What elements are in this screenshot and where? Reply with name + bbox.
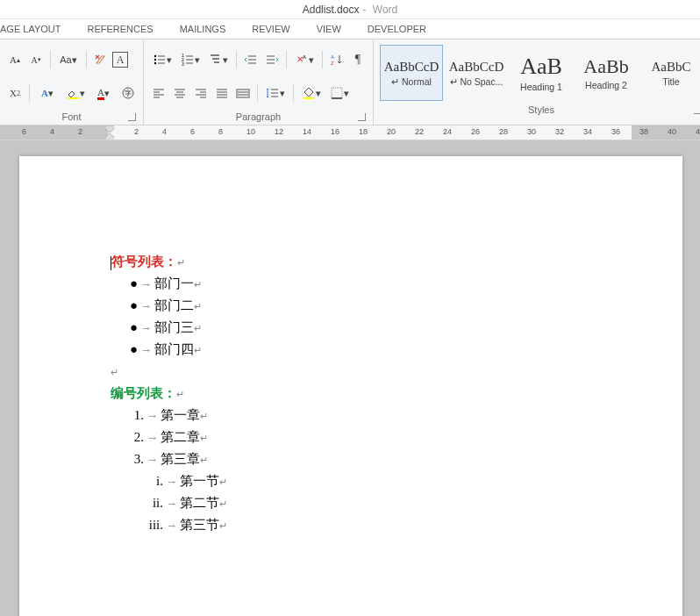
align-right-button[interactable] (191, 83, 211, 103)
justify-button[interactable] (212, 83, 232, 103)
distributed-button[interactable] (233, 83, 253, 103)
decrease-indent-button[interactable] (241, 50, 261, 69)
svg-rect-0 (68, 97, 78, 99)
group-label-styles[interactable]: Styles (379, 103, 700, 118)
multilevel-list-button[interactable]: ▾ (205, 50, 232, 69)
subscript-button[interactable]: X2 (5, 83, 25, 103)
group-font: A▴ A▾ Aa▾ A X2 A▾ ▾ A▾ 字 Font (0, 39, 144, 125)
numbering-button[interactable]: 123▾ (177, 50, 204, 69)
svg-text:Z: Z (331, 61, 334, 66)
styles-gallery[interactable]: AaBbCcD↵ NormalAaBbCcD↵ No Spac...AaBHea… (379, 43, 700, 103)
font-color-button[interactable]: A▾ (90, 83, 117, 103)
svg-text:A: A (303, 54, 306, 60)
align-left-button[interactable] (149, 83, 168, 103)
group-label-paragraph[interactable]: Paragraph (149, 110, 368, 125)
group-paragraph: ▾ 123▾ ▾ ✕A▾ AZ ¶ ▾ ▾ (144, 39, 374, 125)
svg-rect-14 (332, 88, 342, 98)
style-item-nospac[interactable]: AaBbCcD↵ No Spac... (445, 45, 508, 101)
borders-button[interactable]: ▾ (326, 83, 353, 103)
svg-point-5 (154, 62, 156, 64)
svg-text:3: 3 (182, 61, 184, 67)
title-bar: Addlist.docx - Word (0, 0, 700, 19)
increase-indent-button[interactable] (262, 50, 282, 69)
sort-button[interactable]: AZ (327, 50, 346, 69)
highlight-button[interactable]: ▾ (62, 83, 89, 103)
svg-text:A: A (331, 54, 334, 60)
shrink-font-button[interactable]: A▾ (26, 50, 46, 69)
text-effects-button[interactable]: A▾ (34, 83, 61, 103)
document-body[interactable]: 符号列表：↵●→部门一↵●→部门二↵●→部门三↵●→部门四↵↵编号列表：↵1.→… (111, 251, 682, 536)
line-spacing-button[interactable]: ▾ (262, 83, 289, 103)
ribbon-tabs: AGE LAYOUT REFERENCES MAILINGS REVIEW VI… (0, 19, 700, 39)
shading-button[interactable]: ▾ (298, 83, 325, 103)
tab-page-layout[interactable]: AGE LAYOUT (0, 24, 61, 34)
tab-references[interactable]: REFERENCES (87, 24, 153, 34)
grow-font-button[interactable]: A▴ (5, 50, 25, 69)
tab-mailings[interactable]: MAILINGS (180, 24, 226, 34)
asian-layout-button[interactable]: ✕A▾ (291, 50, 318, 69)
indent-marker[interactable] (105, 125, 114, 140)
show-marks-button[interactable]: ¶ (348, 50, 368, 69)
page[interactable]: 符号列表：↵●→部门一↵●→部门二↵●→部门三↵●→部门四↵↵编号列表：↵1.→… (19, 156, 682, 616)
align-center-button[interactable] (170, 83, 189, 103)
style-item-title[interactable]: AaBbCTitle (639, 45, 700, 101)
style-item-normal[interactable]: AaBbCcD↵ Normal (380, 45, 443, 101)
horizontal-ruler[interactable]: 6422468101214161820222426283032343638404… (0, 125, 700, 140)
tab-review[interactable]: REVIEW (252, 24, 289, 34)
svg-point-3 (154, 55, 156, 57)
tab-view[interactable]: VIEW (317, 24, 341, 34)
ribbon: A▴ A▾ Aa▾ A X2 A▾ ▾ A▾ 字 Font ▾ 123 (0, 39, 700, 125)
style-item-heading2[interactable]: AaBbHeading 2 (575, 45, 638, 101)
enclose-characters-button[interactable]: 字 (118, 83, 138, 103)
group-label-font[interactable]: Font (5, 110, 138, 125)
change-case-button[interactable]: Aa▾ (55, 50, 82, 69)
document-area: 符号列表：↵●→部门一↵●→部门二↵●→部门三↵●→部门四↵↵编号列表：↵1.→… (0, 140, 700, 616)
style-item-heading1[interactable]: AaBHeading 1 (510, 45, 573, 101)
svg-rect-13 (304, 97, 314, 99)
svg-text:字: 字 (125, 90, 132, 97)
character-border-button[interactable]: A (112, 52, 128, 68)
title-filename: Addlist.docx (303, 4, 360, 16)
bullets-button[interactable]: ▾ (149, 50, 175, 69)
title-appname: - Word (362, 4, 397, 16)
tab-developer[interactable]: DEVELOPER (368, 24, 426, 34)
svg-point-4 (154, 59, 156, 61)
clear-formatting-button[interactable] (91, 50, 111, 69)
group-styles: AaBbCcD↵ NormalAaBbCcD↵ No Spac...AaBHea… (374, 39, 700, 125)
